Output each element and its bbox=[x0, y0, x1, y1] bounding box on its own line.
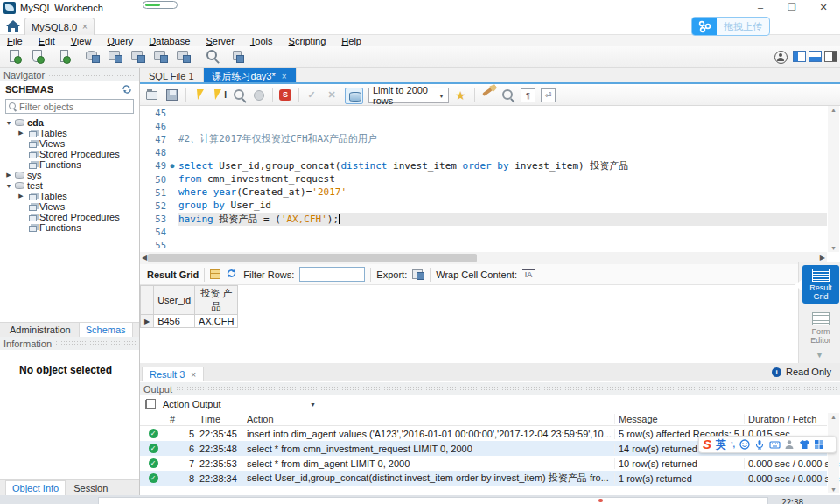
scroll-up-icon[interactable]: ▲ bbox=[828, 107, 839, 113]
tree-item-tables[interactable]: ▶Tables bbox=[0, 128, 139, 138]
create-schema-icon[interactable] bbox=[84, 49, 102, 65]
toggle-right-sidebar-icon[interactable] bbox=[824, 51, 837, 62]
tree-item-functions[interactable]: Functions bbox=[0, 222, 139, 233]
tree-item-functions[interactable]: Functions bbox=[0, 159, 139, 170]
result-grid-view-button[interactable]: ResultGrid bbox=[802, 265, 839, 304]
emoji-icon[interactable] bbox=[739, 439, 750, 450]
home-tab-icon[interactable] bbox=[5, 19, 21, 33]
connection-tab-close-icon[interactable]: × bbox=[82, 22, 88, 32]
close-button[interactable]: ✕ bbox=[812, 0, 835, 16]
person-icon[interactable] bbox=[784, 439, 794, 450]
tab-close-icon[interactable]: × bbox=[282, 72, 287, 81]
export-recordset-icon[interactable] bbox=[412, 270, 424, 280]
collapse-arrow-icon[interactable]: ▶ bbox=[5, 172, 12, 178]
create-procedure-icon[interactable] bbox=[152, 49, 170, 65]
commit-icon[interactable]: ✓ bbox=[304, 88, 319, 102]
execute-statement-icon[interactable] bbox=[192, 88, 206, 102]
grid-row[interactable]: ▶B456AX,CFH bbox=[141, 315, 238, 328]
result-3-tab[interactable]: Result 3 × bbox=[142, 367, 204, 382]
taskbar-search-box[interactable] bbox=[98, 497, 768, 504]
scroll-up-icon[interactable]: ▲ bbox=[830, 414, 836, 420]
grid-view-icon[interactable] bbox=[210, 270, 220, 279]
result-grid-table[interactable]: User_id投资 产品▶B456AX,CFH bbox=[140, 285, 238, 328]
expand-arrow-icon[interactable]: ▼ bbox=[5, 120, 12, 126]
menu-item-help[interactable]: Help bbox=[341, 36, 370, 46]
scroll-down-icon[interactable]: ▼ bbox=[828, 245, 839, 251]
editor-horizontal-scrollbar[interactable]: ◀ ▶ bbox=[140, 252, 827, 264]
code-line-49[interactable]: 49●select User_id,group_concat(distinct … bbox=[140, 159, 827, 172]
menu-item-database[interactable]: Database bbox=[149, 36, 199, 46]
sql-code-editor[interactable]: 454647#2、计算2017年仅投资过CFH和AX产品的用户4849●sele… bbox=[140, 106, 827, 252]
menu-item-edit[interactable]: Edit bbox=[38, 36, 64, 46]
explain-plan-icon[interactable] bbox=[232, 88, 247, 102]
menu-item-scripting[interactable]: Scripting bbox=[289, 36, 335, 46]
scroll-left-icon[interactable]: ◀ bbox=[142, 254, 147, 262]
expand-arrow-icon[interactable]: ▼ bbox=[5, 183, 12, 189]
open-script-icon[interactable] bbox=[145, 88, 160, 102]
skin-shirt-icon[interactable] bbox=[799, 439, 809, 450]
tab-administration[interactable]: Administration bbox=[4, 323, 77, 337]
stop-on-error-toggle-icon[interactable]: S bbox=[278, 88, 293, 102]
code-line-46[interactable]: 46 bbox=[140, 119, 827, 132]
scroll-right-icon[interactable]: ▶ bbox=[820, 254, 825, 262]
microphone-icon[interactable] bbox=[754, 439, 765, 450]
more-views-chevron-icon[interactable]: ▼ bbox=[815, 353, 825, 359]
tab-object-info[interactable]: Object Info bbox=[5, 480, 66, 495]
scrollbar-thumb[interactable] bbox=[148, 254, 477, 262]
tree-item-views[interactable]: Views bbox=[0, 201, 139, 212]
beautify-sql-icon[interactable] bbox=[480, 88, 495, 102]
code-line-45[interactable]: 45 bbox=[140, 106, 827, 119]
reconnect-dbms-icon[interactable] bbox=[231, 49, 248, 65]
toggle-invisibles-icon[interactable]: ¶ bbox=[521, 88, 536, 102]
menu-item-query[interactable]: Query bbox=[107, 36, 142, 46]
sogou-logo-icon[interactable]: S bbox=[703, 438, 711, 452]
code-line-48[interactable]: 48 bbox=[140, 146, 827, 159]
menu-item-tools[interactable]: Tools bbox=[250, 36, 282, 46]
wrap-cell-content-icon[interactable]: IA bbox=[522, 270, 535, 280]
collapse-arrow-icon[interactable]: ▶ bbox=[18, 192, 24, 200]
save-script-icon[interactable] bbox=[165, 88, 180, 102]
grid-cell[interactable]: B456 bbox=[154, 315, 195, 328]
menu-item-view[interactable]: View bbox=[71, 36, 101, 46]
schemas-refresh-icon[interactable] bbox=[122, 85, 132, 94]
output-row-7[interactable]: ✓722:35:53select * from dim_agent LIMIT … bbox=[140, 456, 827, 471]
editor-vertical-scrollbar[interactable]: ▲ ▼ bbox=[828, 106, 839, 252]
menu-item-file[interactable]: File bbox=[7, 36, 32, 46]
new-query-tab-icon[interactable] bbox=[7, 49, 24, 65]
toggle-left-sidebar-icon[interactable] bbox=[793, 51, 806, 62]
netdisk-upload-button[interactable]: 拖拽上传 bbox=[691, 17, 770, 36]
tab-schemas[interactable]: Schemas bbox=[79, 322, 133, 337]
menu-item-server[interactable]: Server bbox=[206, 36, 242, 46]
execute-current-icon[interactable] bbox=[212, 88, 227, 102]
rollback-icon[interactable]: ✕ bbox=[325, 88, 340, 102]
grid-cell[interactable]: AX,CFH bbox=[195, 315, 238, 328]
taskbar-app-icon[interactable] bbox=[598, 499, 603, 502]
tree-item-tables[interactable]: ▶Tables bbox=[0, 191, 139, 201]
inspector-icon[interactable] bbox=[58, 49, 75, 65]
code-line-47[interactable]: 47#2、计算2017年仅投资过CFH和AX产品的用户 bbox=[140, 132, 827, 145]
ime-punctuation-toggle[interactable]: ’, bbox=[731, 440, 735, 449]
open-sql-file-icon[interactable] bbox=[30, 49, 47, 65]
editor-tab[interactable]: 课后练习day3*× bbox=[204, 68, 297, 82]
create-function-icon[interactable] bbox=[175, 49, 192, 65]
stop-query-icon[interactable] bbox=[252, 88, 267, 102]
connection-tab-mysql8[interactable]: MySQL8.0 × bbox=[24, 18, 94, 35]
refresh-results-icon[interactable] bbox=[226, 269, 238, 280]
output-row-8[interactable]: ✓822:38:34select User_id,group_concat(di… bbox=[140, 471, 827, 486]
toggle-wrap-icon[interactable]: ⏎ bbox=[541, 88, 556, 102]
tree-item-stored-procedures[interactable]: Stored Procedures bbox=[0, 149, 139, 159]
search-data-icon[interactable] bbox=[205, 49, 222, 65]
minimize-button[interactable]: – bbox=[749, 0, 772, 16]
grid-column-header[interactable]: User_id bbox=[154, 286, 195, 315]
grid-column-header[interactable]: 投资 产品 bbox=[195, 286, 238, 315]
code-line-54[interactable]: 54 bbox=[140, 226, 827, 239]
create-view-icon[interactable] bbox=[130, 49, 147, 65]
create-table-icon[interactable] bbox=[107, 49, 124, 65]
collapse-arrow-icon[interactable]: ▶ bbox=[18, 130, 24, 136]
tree-item-cda[interactable]: ▼cda bbox=[0, 117, 139, 128]
code-line-51[interactable]: 51where year(Created_at)='2017' bbox=[140, 186, 827, 199]
code-line-53[interactable]: 53having 投资产品 = ('AX,CFH'); bbox=[140, 213, 827, 226]
user-account-icon[interactable] bbox=[774, 51, 788, 64]
result-tab-close-icon[interactable]: × bbox=[191, 370, 196, 380]
output-scrollbar[interactable]: ▲ ▼ bbox=[828, 413, 839, 494]
